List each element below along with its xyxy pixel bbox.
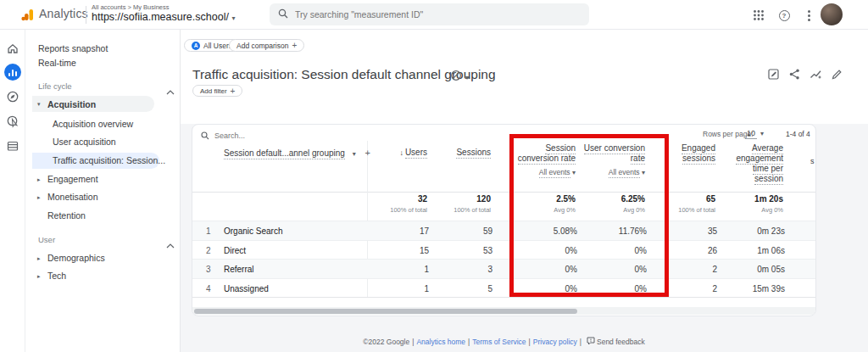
event-filter-dropdown[interactable]: All events ▾ [584, 167, 645, 178]
channel-name: Unassigned [224, 284, 269, 293]
avg-time-value: 0m 05s [757, 265, 785, 274]
total-engaged-sessions-sub: 100% of total [678, 206, 715, 214]
insights-icon[interactable] [810, 68, 822, 84]
chevron-down-icon[interactable]: ▾ [760, 130, 764, 137]
sidebar-item-tech[interactable]: Tech [47, 269, 66, 282]
sidebar-section-user[interactable]: User [38, 233, 55, 247]
avg-time-value: 15m 39s [753, 284, 785, 293]
sidebar-item-traffic-acquisition-label[interactable]: Traffic acquisition: Session... [53, 154, 165, 167]
column-header-user-conversion-rate[interactable]: User conversion rate All events ▾ [584, 143, 645, 178]
analytics-home-link[interactable]: Analytics home [416, 338, 465, 346]
divider [192, 192, 816, 193]
add-comparison-button[interactable]: Add comparison + [229, 39, 304, 52]
event-filter-dropdown[interactable]: All events ▾ [518, 167, 576, 178]
sessions-value: 5 [487, 284, 492, 293]
plus-icon: + [292, 41, 297, 50]
sidebar-item-demographics[interactable]: Demographics [47, 251, 105, 265]
session-conv-value: 0% [565, 246, 577, 255]
report-area: A All Users Add comparison + Custom 6 Se… [181, 30, 868, 352]
help-icon[interactable]: ? [776, 7, 793, 24]
total-session-conversion-sub: Avg 0% [554, 206, 576, 214]
advertising-icon[interactable] [6, 115, 19, 128]
property-selector[interactable]: https://sofiia.measure.school/ ▾ [92, 11, 235, 23]
horizontal-scrollbar[interactable] [192, 307, 816, 315]
dimension-column-header[interactable]: Session default...annel grouping ▾ + [224, 148, 370, 158]
chevron-down-icon[interactable]: ▾ [353, 150, 356, 158]
engaged-value: 2 [712, 284, 717, 293]
row-index: 4 [206, 284, 211, 293]
sort-descending-icon: ↓ [399, 148, 403, 157]
session-conv-value: 0% [565, 284, 577, 293]
chevron-up-icon[interactable] [166, 237, 175, 252]
row-index: 1 [206, 226, 211, 236]
segment-badge: A [192, 42, 200, 50]
total-sessions: 120 [476, 194, 491, 204]
sidebar-item-reports-snapshot[interactable]: Reports snapshot [38, 42, 108, 55]
total-avg-engagement: 1m 20s [754, 194, 783, 204]
avatar[interactable] [821, 3, 843, 25]
table-search-input[interactable] [214, 131, 333, 140]
add-filter-button[interactable]: Add filter + [192, 85, 242, 97]
breadcrumb: All accounts > My Business [92, 3, 170, 11]
chevron-collapsed-icon[interactable]: ▸ [37, 273, 41, 280]
user-conv-value: 0% [635, 246, 647, 255]
global-search-input[interactable] [295, 9, 566, 20]
add-dimension-icon[interactable]: + [364, 148, 370, 158]
segment-chip-label: All Users [203, 42, 232, 50]
sidebar-item-acquisition-overview[interactable]: Acquisition overview [53, 117, 133, 131]
privacy-policy-link[interactable]: Privacy policy [533, 338, 577, 346]
table-search[interactable] [201, 128, 333, 143]
search-icon [278, 7, 288, 22]
customise-report-icon[interactable] [831, 68, 843, 84]
ga4-app: Analytics All accounts > My Business htt… [0, 0, 868, 352]
share-icon[interactable] [788, 68, 801, 84]
chevron-collapsed-icon[interactable]: ▸ [37, 255, 41, 262]
reports-icon[interactable] [4, 64, 21, 81]
global-search[interactable] [270, 3, 589, 25]
avg-time-value: 1m 06s [757, 246, 785, 255]
total-users: 32 [418, 194, 427, 204]
apps-grid-icon[interactable] [750, 7, 767, 24]
column-header-avg-engagement-time[interactable]: Average engagement time per session [736, 143, 783, 184]
explore-icon[interactable] [6, 90, 19, 103]
avg-time-value: 0m 23s [757, 226, 785, 236]
user-conv-value: 0% [635, 265, 647, 274]
chevron-up-icon[interactable] [166, 83, 175, 98]
total-avg-engagement-sub: Avg 0% [761, 206, 783, 214]
dimension-header-label: Session default...annel grouping [224, 148, 345, 159]
send-feedback-link[interactable]: Send feedback [597, 338, 645, 346]
chevron-collapsed-icon[interactable]: ▸ [37, 194, 41, 201]
sidebar-section-life-cycle[interactable]: Life cycle [38, 80, 72, 93]
column-header-engaged-sessions[interactable]: Engaged sessions [682, 143, 715, 164]
more-options-icon[interactable] [800, 7, 817, 24]
sidebar-item-engagement[interactable]: Engagement [47, 172, 98, 186]
feedback-icon [587, 337, 595, 347]
search-icon [201, 128, 209, 143]
column-header-users[interactable]: ↓Users [399, 148, 427, 158]
total-users-sub: 100% of total [390, 206, 427, 214]
sessions-value: 59 [483, 226, 492, 236]
library-icon[interactable] [6, 139, 19, 153]
report-title-dropdown-icon[interactable]: ▾ [465, 74, 469, 81]
rows-per-page-select[interactable]: 10 [745, 129, 757, 139]
channel-name: Referral [224, 265, 254, 274]
terms-of-service-link[interactable]: Terms of Service [472, 338, 526, 346]
chevron-collapsed-icon[interactable]: ▸ [37, 176, 41, 183]
chevron-expanded-icon[interactable]: ▾ [37, 101, 41, 108]
sidebar-item-retention[interactable]: Retention [47, 209, 86, 222]
sidebar-item-real-time[interactable]: Real-time [38, 56, 76, 70]
sidebar-item-acquisition-label[interactable]: Acquisition [47, 98, 96, 111]
total-engaged-sessions: 65 [706, 194, 715, 204]
sidebar-item-monetisation[interactable]: Monetisation [47, 190, 98, 204]
home-icon[interactable] [6, 42, 19, 55]
table-row: 1 Organic Search 17 59 5.08% 11.76% 35 0… [192, 221, 816, 240]
column-header-sessions[interactable]: Sessions [456, 148, 491, 158]
scrollbar-thumb[interactable] [194, 309, 577, 314]
column-header-session-conversion-rate[interactable]: Session conversion rate All events ▾ [518, 143, 576, 178]
users-value: 15 [420, 246, 429, 255]
chevron-down-icon: ▾ [231, 14, 235, 22]
table-row: 3 Referral 1 3 0% 0% 2 0m 05s [192, 259, 816, 278]
edit-comparisons-icon[interactable] [767, 68, 780, 84]
comparison-disabled-icon[interactable] [450, 70, 462, 85]
sidebar-item-user-acquisition[interactable]: User acquisition [53, 135, 116, 148]
